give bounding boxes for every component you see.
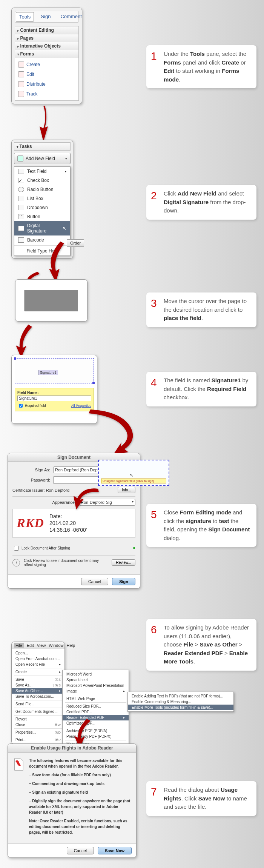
step-6-text: 6 To allow signing by Adobe Reader users… xyxy=(146,619,256,671)
track-icon xyxy=(18,91,24,97)
dd-list-box[interactable]: List Box xyxy=(14,194,70,203)
section-interactive-objects[interactable]: Interactive Objects xyxy=(15,42,79,50)
edit-icon xyxy=(18,71,24,77)
dd-digital-signature[interactable]: Digital Signature↖ xyxy=(14,221,70,235)
submenu-item[interactable]: Reduced Size PDF... xyxy=(63,703,129,709)
step-6-number: 6 xyxy=(151,622,157,638)
dd-check-box[interactable]: ✓Check Box xyxy=(14,176,70,185)
menu-item[interactable]: Save⌘S xyxy=(12,677,64,682)
required-field-checkbox[interactable]: Required field xyxy=(17,403,46,409)
signature-field-panel: Signature1 Field Name: Signature1 Requir… xyxy=(11,355,97,424)
menubar-view[interactable]: View xyxy=(37,643,46,648)
save-as-other-submenu: Microsoft WordSpreadsheetMicrosoft Power… xyxy=(62,670,129,748)
step-7-text: 7 Read the dialog about Usage Rights. Cl… xyxy=(146,781,256,816)
cursor-icon: ↖ xyxy=(63,226,66,231)
section-forms[interactable]: Forms xyxy=(15,50,79,58)
review-text: Click Review to see if document content … xyxy=(24,559,108,567)
placement-area[interactable] xyxy=(15,279,87,322)
review-button[interactable]: Review... xyxy=(112,559,135,566)
cancel-button[interactable]: Cancel xyxy=(81,578,108,585)
submenu-item[interactable]: Archivable PDF (PDF/A) xyxy=(63,728,129,734)
field-name-input[interactable]: Signature1 xyxy=(17,396,91,401)
cursor-icon: ↖ xyxy=(130,472,134,478)
menu-item[interactable]: Properties...⌘D xyxy=(12,729,64,735)
step-2-text: 2 Click Add New Field and select Digital… xyxy=(146,185,256,220)
menu-item[interactable]: Open From Acrobat.com... xyxy=(12,656,64,662)
step-4-number: 4 xyxy=(151,375,157,391)
info-button[interactable]: Info... xyxy=(118,487,135,493)
submenu-item[interactable]: Microsoft PowerPoint Presentation xyxy=(63,683,129,688)
tab-sign[interactable]: Sign xyxy=(38,12,54,22)
step-7-number: 7 xyxy=(151,784,157,800)
submenu-item[interactable]: HTML Web Page xyxy=(63,696,129,702)
dd-button[interactable]: OKButton xyxy=(14,212,70,221)
step-1-text: 1 Under the Tools pane, select the Forms… xyxy=(146,45,256,88)
create-icon xyxy=(18,62,24,68)
signature-field-label: Signature1 xyxy=(38,370,58,375)
cancel-button[interactable]: Cancel xyxy=(67,847,94,854)
menu-item[interactable]: Save As Other... xyxy=(12,688,64,694)
dd-dropdown[interactable]: Dropdown xyxy=(14,203,70,212)
tab-row: Tools Sign Comment xyxy=(15,11,79,23)
section-pages[interactable]: Pages xyxy=(15,34,79,42)
dd-text-field[interactable]: Text Field▾ xyxy=(14,167,70,176)
submenu-item[interactable]: Enable More Tools (includes form fill-in… xyxy=(128,705,233,710)
arrow-icon xyxy=(49,242,72,285)
submenu-item[interactable]: Press-Ready PDF (PDF/X) xyxy=(63,734,129,739)
step-3-text: 3 Move the cursor over the page to the d… xyxy=(146,292,256,327)
submenu-item[interactable]: Image xyxy=(63,688,129,694)
menubar: File Edit View Window Help xyxy=(12,642,64,649)
tools-pane: Tools Sign Comment Content Editing Pages… xyxy=(11,8,82,104)
save-now-button[interactable]: Save Now xyxy=(98,847,132,854)
dialog-title: Enable Usage Rights in Adobe Reader xyxy=(8,744,136,753)
arrow-icon xyxy=(72,487,102,515)
forms-distribute[interactable]: Distribute xyxy=(15,79,78,89)
arrow-icon xyxy=(36,106,51,145)
menubar-file[interactable]: File xyxy=(14,643,24,648)
field-cursor-rect xyxy=(25,290,78,311)
signature-field[interactable]: Signature1 xyxy=(15,358,94,383)
add-new-field-button[interactable]: Add New Field xyxy=(14,153,71,164)
tab-tools[interactable]: Tools xyxy=(16,12,34,22)
menu-item[interactable]: Save To Acrobat.com... xyxy=(12,694,64,699)
info-icon: i xyxy=(12,559,20,566)
submenu-item[interactable]: Microsoft Word xyxy=(63,671,129,677)
status-indicator-icon: ▪ xyxy=(133,544,135,552)
submenu-item[interactable]: Reader Extended PDF xyxy=(63,715,129,720)
menu-item[interactable]: Save As...⇧⌘S xyxy=(12,682,64,688)
menu-item[interactable]: Close⌘W xyxy=(12,722,64,728)
forms-list: Create Edit Distribute Track xyxy=(15,58,79,101)
password-label: Password: xyxy=(12,478,50,482)
all-properties-link[interactable]: All Properties xyxy=(71,404,91,408)
forms-edit[interactable]: Edit xyxy=(15,69,78,79)
step-1-number: 1 xyxy=(151,48,157,64)
submenu-item[interactable]: Spreadsheet xyxy=(63,677,129,683)
forms-track[interactable]: Track xyxy=(15,89,78,99)
menubar-window[interactable]: Window xyxy=(49,643,63,648)
menu-item[interactable]: Revert xyxy=(12,716,64,722)
step-3-number: 3 xyxy=(151,295,157,311)
file-menu: File Edit View Window Help Open...Open F… xyxy=(11,642,65,744)
unsigned-signature-field[interactable]: ↖ Unsigned signature field (Click to sig… xyxy=(98,460,169,486)
submenu-item[interactable]: Optimized PDF... xyxy=(63,720,129,726)
unsigned-hint: Unsigned signature field (Click to sign) xyxy=(101,479,166,483)
submenu-item[interactable]: Enable Commenting & Measuring... xyxy=(128,699,233,705)
tasks-header[interactable]: Tasks xyxy=(14,142,71,151)
menu-item[interactable]: Open... xyxy=(12,650,64,656)
submenu-item[interactable]: Enable Adding Text in PDFs (that are not… xyxy=(128,693,233,699)
dd-radio-button[interactable]: Radio Button xyxy=(14,185,70,194)
menu-item[interactable]: Open Recent File xyxy=(12,662,64,667)
menu-item[interactable]: Send File... xyxy=(12,701,64,707)
submenu-item[interactable]: Certified PDF... xyxy=(63,709,129,715)
lock-document-checkbox[interactable]: Lock Document After Signing xyxy=(12,545,70,552)
tab-comment[interactable]: Comment xyxy=(57,12,84,22)
menu-item[interactable]: Print...⌘P xyxy=(12,737,64,743)
menubar-help[interactable]: Help xyxy=(66,643,75,648)
menu-item[interactable]: Get Documents Signed... xyxy=(12,709,64,714)
menubar-edit[interactable]: Edit xyxy=(27,643,34,648)
step-5-number: 5 xyxy=(151,507,157,523)
section-content-editing[interactable]: Content Editing xyxy=(15,26,79,34)
menu-item[interactable]: Create xyxy=(12,669,64,675)
forms-create[interactable]: Create xyxy=(15,60,78,69)
sign-button[interactable]: Sign xyxy=(112,578,135,585)
